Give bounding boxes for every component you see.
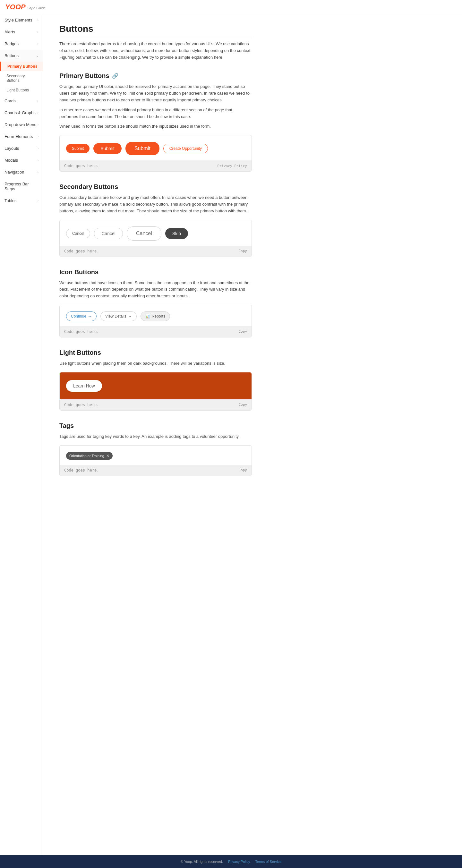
cancel-button-small[interactable]: Cancel [66,229,90,238]
secondary-desc: Our secondary buttons are hollow and gra… [59,194,252,214]
tag-item: Orientation or Training ✕ [66,452,113,460]
page-title: Buttons [59,24,252,38]
secondary-buttons-title: Secondary Buttons [59,183,252,190]
app-header: YOOP Style Guide [0,0,462,14]
primary-buttons-section: Primary Buttons 🔗 Orange, our .primary U… [59,72,252,172]
sidebar-item-tables[interactable]: Tables › [0,195,43,207]
logo: YOOP [5,3,26,11]
main-content: Buttons There are established patterns f… [43,14,268,855]
chevron-right-icon: › [37,30,38,34]
sidebar-label: Drop-down Menu [4,122,37,127]
sidebar-label: Badges [4,41,19,46]
continue-button[interactable]: Continue → [66,311,97,321]
page-footer: © Yoop. All rights reserved. Privacy Pol… [0,855,462,868]
light-desc: Use light buttons when placing them on d… [59,360,252,367]
copy-button[interactable]: Copy [239,468,247,472]
logo-subtitle: Style Guide [28,6,46,10]
icon-buttons-demo: Continue → View Details → 📊 Reports Code… [59,305,252,337]
sidebar-item-form-elements[interactable]: Form Elements › [0,130,43,143]
learn-how-button[interactable]: Learn How [66,380,102,392]
sidebar-item-alerts[interactable]: Alerts › [0,26,43,38]
code-text: Code goes here. [64,330,99,334]
submit-button-small[interactable]: Submit [66,144,90,153]
secondary-buttons-section: Secondary Buttons Our secondary buttons … [59,183,252,257]
light-buttons-code: Code goes here. Copy [60,399,251,410]
sidebar-item-dropdown-menu[interactable]: Drop-down Menu › [0,119,43,130]
sidebar-item-buttons[interactable]: Buttons ⌄ [0,50,43,62]
sidebar-subitem-light-buttons[interactable]: Light Buttons [0,85,43,95]
tag-label: Orientation or Training [69,454,104,458]
chevron-right-icon: › [37,199,38,203]
chevron-right-icon: › [37,123,38,126]
chevron-right-icon: › [37,170,38,174]
light-buttons-demo: Learn How Code goes here. Copy [59,372,252,411]
sidebar-item-layouts[interactable]: Layouts › [0,143,43,154]
link-icon: 🔗 [112,73,118,79]
secondary-buttons-demo: Cancel Cancel Cancel Skip Code goes here… [59,220,252,257]
copy-button[interactable]: Copy [239,403,247,407]
sidebar-item-charts-graphs[interactable]: Charts & Graphs › [0,107,43,119]
chevron-right-icon: › [37,42,38,45]
secondary-buttons-code: Code goes here. Copy [60,246,251,257]
chevron-right-icon: › [37,135,38,138]
icon-buttons-code: Code goes here. Copy [60,326,251,337]
code-text: Code goes here. [64,163,99,168]
copy-button[interactable]: Copy [239,330,247,334]
sidebar-item-progress-bar-steps[interactable]: Progress Bar Steps [0,178,43,195]
view-details-button[interactable]: View Details → [100,311,137,321]
chart-icon: 📊 [145,314,150,318]
cancel-button-large[interactable]: Cancel [127,226,161,241]
sidebar-sub-label: Secondary Buttons [6,74,25,83]
sidebar-label: Progress Bar Steps [4,182,38,191]
sidebar-subitem-primary-buttons[interactable]: Primary Buttons [0,62,43,71]
sidebar-item-cards[interactable]: Cards › [0,95,43,107]
sidebar-label: Navigation [4,170,24,175]
sidebar-item-navigation[interactable]: Navigation › [0,166,43,178]
copy-button[interactable]: Privacy Policy [217,164,247,168]
tags-desc: Tags are used for taging key words to a … [59,433,252,440]
copy-button[interactable]: Copy [239,249,247,253]
chevron-down-icon: ⌄ [36,54,38,57]
sidebar: Style Elements › Alerts › Badges › Butto… [0,14,43,855]
icon-desc: We use buttons that have icons in them. … [59,280,252,300]
tags-demo-inner: Orientation or Training ✕ [60,445,251,465]
chevron-right-icon: › [37,158,38,162]
sidebar-item-badges[interactable]: Badges › [0,38,43,50]
sidebar-sub-label: Primary Buttons [7,64,37,69]
icon-buttons-title: Icon Buttons [59,269,252,276]
tags-title: Tags [59,422,252,430]
sidebar-label: Tables [4,198,17,203]
copyright-text: © Yoop. All rights reserved. [181,860,223,864]
reports-label: Reports [152,314,165,318]
sidebar-label: Alerts [4,30,15,34]
sidebar-label: Style Elements [4,18,32,23]
create-opportunity-button[interactable]: Create Opportunity [163,144,208,153]
terms-of-service-link[interactable]: Terms of Service [255,860,281,864]
skip-button[interactable]: Skip [165,228,188,239]
arrow-right-icon: → [88,314,92,318]
tag-remove-button[interactable]: ✕ [106,454,110,458]
tags-code: Code goes here. Copy [60,465,251,476]
sidebar-item-modals[interactable]: Modals › [0,154,43,166]
sidebar-label: Charts & Graphs [4,110,36,115]
primary-desc-1: Orange, our .primary UI color, should be… [59,84,252,103]
privacy-policy-link[interactable]: Privacy Policy [228,860,250,864]
cancel-button-medium[interactable]: Cancel [94,228,123,239]
reports-button[interactable]: 📊 Reports [141,311,170,321]
submit-button-medium[interactable]: Submit [93,143,122,154]
icon-buttons-section: Icon Buttons We use buttons that have ic… [59,269,252,337]
sidebar-sub-label: Light Buttons [6,88,29,92]
primary-desc-2: In other rare cases we need an additiona… [59,107,252,120]
intro-section: There are established patterns for choos… [59,41,252,61]
view-details-label: View Details [105,314,126,318]
submit-button-large[interactable]: Submit [125,142,159,155]
sidebar-item-style-elements[interactable]: Style Elements › [0,14,43,26]
sidebar-subitem-secondary-buttons[interactable]: Secondary Buttons [0,71,43,85]
intro-paragraph: There are established patterns for choos… [59,41,252,61]
secondary-buttons-demo-inner: Cancel Cancel Cancel Skip [60,220,251,246]
code-text: Code goes here. [64,249,99,253]
chevron-right-icon: › [37,147,38,150]
tags-demo: Orientation or Training ✕ Code goes here… [59,445,252,476]
primary-buttons-demo-inner: Submit Submit Submit Create Opportunity [60,135,251,160]
sidebar-label: Buttons [4,53,19,58]
